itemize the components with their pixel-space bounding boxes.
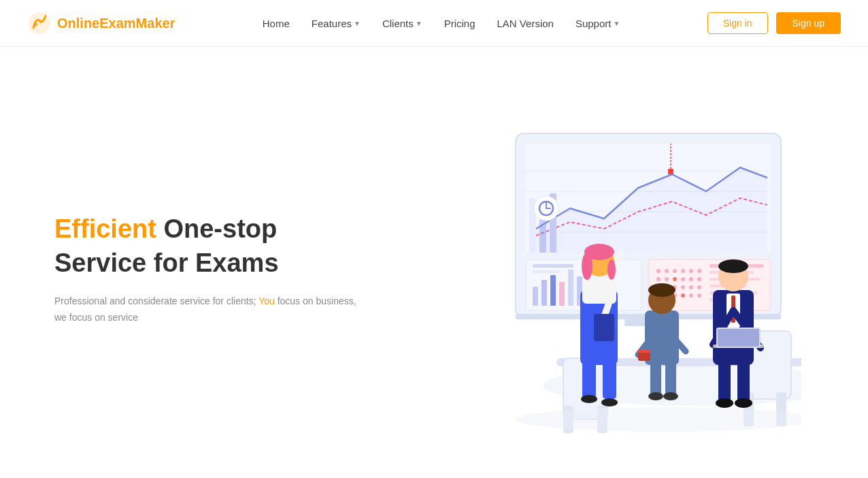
svg-point-39 (689, 277, 693, 281)
svg-rect-20 (541, 280, 547, 306)
svg-rect-22 (559, 282, 565, 306)
svg-point-49 (689, 293, 693, 298)
chevron-down-icon: ▼ (416, 20, 422, 27)
svg-point-50 (697, 269, 701, 273)
svg-rect-88 (638, 351, 650, 361)
svg-point-52 (697, 285, 701, 289)
svg-point-1 (34, 22, 37, 26)
svg-rect-19 (533, 287, 538, 306)
navbar: OnlineExamMaker Home Features ▼ Clients … (0, 0, 868, 47)
chevron-down-icon: ▼ (354, 20, 361, 27)
svg-point-34 (689, 269, 693, 273)
svg-point-98 (718, 259, 748, 273)
svg-rect-27 (533, 270, 560, 273)
svg-point-30 (656, 269, 661, 273)
svg-point-0 (29, 12, 50, 34)
svg-point-36 (665, 277, 669, 281)
svg-point-35 (656, 277, 661, 281)
hero-content: Efficient One-stop Service for Exams Pro… (54, 212, 367, 325)
nav-item-features[interactable]: Features ▼ (312, 18, 361, 29)
svg-point-37 (673, 277, 677, 281)
svg-rect-104 (718, 362, 731, 402)
svg-point-31 (665, 269, 669, 273)
svg-point-33 (681, 269, 685, 273)
chevron-down-icon: ▼ (613, 20, 620, 27)
svg-point-106 (716, 398, 733, 408)
svg-point-85 (648, 283, 675, 297)
hero-image (380, 93, 801, 447)
hero-desc-you: You (258, 296, 275, 306)
logo-text: OnlineExamMaker (57, 16, 175, 31)
nav-item-clients[interactable]: Clients ▼ (382, 18, 422, 29)
signup-button[interactable]: Sign up (776, 12, 841, 34)
svg-point-92 (648, 392, 663, 400)
svg-point-107 (735, 398, 752, 408)
hero-section: Efficient One-stop Service for Exams Pro… (0, 47, 868, 478)
svg-point-108 (516, 407, 801, 432)
svg-point-32 (673, 269, 677, 273)
svg-rect-12 (668, 169, 673, 174)
svg-rect-23 (568, 270, 573, 306)
svg-rect-74 (594, 314, 614, 341)
svg-rect-79 (582, 358, 596, 399)
nav-item-support[interactable]: Support ▼ (575, 18, 620, 29)
nav-item-pricing[interactable]: Pricing (444, 18, 475, 29)
svg-point-44 (689, 285, 693, 289)
svg-point-82 (601, 398, 618, 407)
svg-point-48 (681, 293, 685, 298)
hero-illustration (367, 93, 814, 447)
svg-point-51 (697, 277, 701, 281)
svg-point-78 (607, 259, 616, 280)
svg-point-53 (697, 293, 701, 298)
nav-links: Home Features ▼ Clients ▼ Pricing LAN Ve… (263, 18, 620, 29)
logo[interactable]: OnlineExamMaker (27, 11, 175, 35)
svg-rect-21 (550, 275, 556, 306)
hero-description: Professional and considerate service for… (54, 293, 367, 326)
svg-rect-90 (650, 362, 661, 396)
svg-point-93 (663, 392, 678, 400)
nav-item-home[interactable]: Home (263, 18, 290, 29)
svg-rect-80 (603, 358, 616, 399)
svg-rect-89 (638, 350, 650, 353)
svg-rect-105 (737, 362, 750, 402)
svg-rect-103 (718, 329, 759, 347)
svg-point-77 (582, 253, 592, 280)
svg-point-81 (581, 395, 597, 403)
nav-actions: Sign in Sign up (707, 12, 841, 34)
nav-item-lan[interactable]: LAN Version (497, 18, 554, 29)
svg-point-43 (681, 285, 685, 289)
svg-point-2 (39, 20, 43, 24)
hero-desc-text1: Professional and considerate service for… (54, 296, 258, 306)
svg-point-38 (681, 277, 685, 281)
hero-title-highlight: Efficient (54, 214, 156, 243)
svg-rect-91 (665, 362, 676, 396)
hero-title: Efficient One-stop Service for Exams (54, 212, 367, 280)
signin-button[interactable]: Sign in (707, 12, 768, 34)
